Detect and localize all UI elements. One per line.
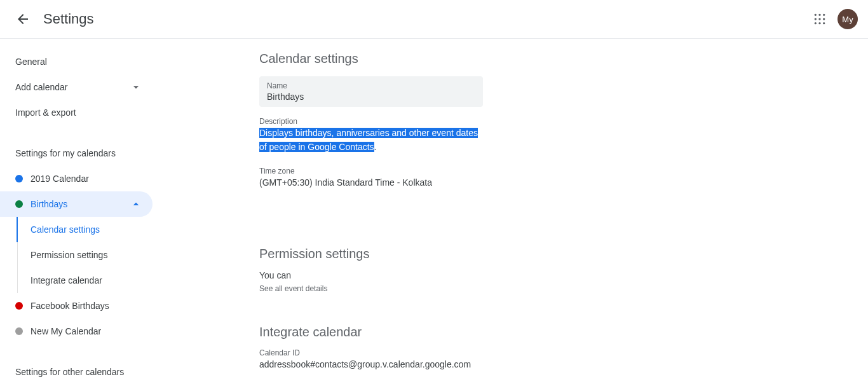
timezone-value: (GMT+05:30) India Standard Time - Kolkat… — [259, 175, 615, 189]
timezone-label: Time zone — [259, 167, 615, 175]
sidebar-item-add-calendar[interactable]: Add calendar — [0, 74, 153, 100]
name-field[interactable]: Name Birthdays — [259, 76, 483, 107]
header-right: My — [812, 9, 858, 29]
svg-point-5 — [823, 18, 825, 20]
sidebar-item-label: General — [15, 57, 47, 67]
apps-grid-icon[interactable] — [812, 11, 827, 27]
calendar-color-dot — [15, 175, 23, 182]
section-permission-settings: Permission settings You can See all even… — [259, 247, 615, 293]
svg-point-0 — [815, 14, 817, 16]
calendar-color-dot — [15, 302, 23, 310]
header-left: Settings — [15, 11, 94, 27]
section-integrate-calendar: Integrate calendar Calendar ID addressbo… — [259, 325, 615, 371]
sidebar-calendar-birthdays[interactable]: Birthdays — [0, 191, 153, 217]
page-title: Settings — [43, 11, 94, 27]
svg-point-2 — [823, 14, 825, 16]
svg-point-4 — [818, 18, 820, 20]
sidebar-section-my-calendars: Settings for my calendars — [0, 141, 163, 166]
sidebar-calendar-label: Birthdays — [31, 199, 67, 209]
sidebar-section-other-calendars: Settings for other calendars — [0, 359, 163, 385]
chevron-down-icon — [130, 81, 142, 93]
permission-detail: See all event details — [259, 284, 615, 293]
description-field: Description Displays birthdays, annivers… — [259, 117, 615, 154]
content[interactable]: Calendar settings Name Birthdays Descrip… — [163, 39, 868, 391]
calendar-id-field: Calendar ID addressbook#contacts@group.v… — [259, 348, 615, 371]
description-label: Description — [259, 117, 615, 126]
sidebar-item-import-export[interactable]: Import & export — [0, 100, 153, 125]
sidebar-calendar-label: New My Calendar — [31, 326, 101, 336]
svg-point-8 — [823, 22, 825, 24]
section-calendar-settings: Calendar settings Name Birthdays Descrip… — [259, 51, 615, 189]
calendar-id-value: addressbook#contacts@group.v.calendar.go… — [259, 357, 615, 371]
name-label: Name — [267, 81, 475, 90]
sidebar-item-general[interactable]: General — [0, 49, 153, 74]
section-title: Calendar settings — [259, 51, 615, 66]
sidebar-sub-permission-settings[interactable]: Permission settings — [17, 242, 163, 268]
sidebar: General Add calendar Import & export Set… — [0, 39, 163, 391]
back-arrow-icon[interactable] — [15, 11, 31, 27]
svg-point-6 — [815, 22, 817, 24]
section-title: Permission settings — [259, 247, 615, 261]
header: Settings My — [0, 0, 868, 39]
calendar-color-dot — [15, 200, 23, 208]
sidebar-sublist: Calendar settings Permission settings In… — [17, 217, 163, 293]
sidebar-sub-calendar-settings[interactable]: Calendar settings — [17, 217, 163, 242]
svg-point-1 — [818, 14, 820, 16]
sidebar-sub-integrate-calendar[interactable]: Integrate calendar — [17, 268, 163, 293]
permission-you-can: You can — [259, 270, 615, 280]
sidebar-calendar-label: 2019 Calendar — [31, 174, 89, 184]
sidebar-calendar-new-my[interactable]: New My Calendar — [0, 319, 153, 344]
timezone-field: Time zone (GMT+05:30) India Standard Tim… — [259, 167, 615, 189]
description-line1: Displays birthdays, anniversaries and ot… — [259, 128, 478, 138]
sidebar-calendar-2019[interactable]: 2019 Calendar — [0, 166, 153, 191]
body: General Add calendar Import & export Set… — [0, 39, 868, 391]
sidebar-calendar-label: Facebook Birthdays — [31, 301, 109, 311]
section-title: Integrate calendar — [259, 325, 615, 340]
svg-point-3 — [815, 18, 817, 20]
avatar[interactable]: My — [837, 9, 858, 29]
calendar-color-dot — [15, 327, 23, 335]
sidebar-item-label: Add calendar — [15, 82, 68, 92]
description-value: Displays birthdays, anniversaries and ot… — [259, 126, 615, 154]
sidebar-calendar-facebook[interactable]: Facebook Birthdays — [0, 293, 153, 319]
chevron-up-icon — [130, 198, 142, 210]
name-value: Birthdays — [267, 90, 475, 102]
description-line2: of people in Google Contacts — [259, 142, 374, 152]
svg-point-7 — [818, 22, 820, 24]
sidebar-item-label: Import & export — [15, 107, 76, 118]
calendar-id-label: Calendar ID — [259, 348, 615, 357]
